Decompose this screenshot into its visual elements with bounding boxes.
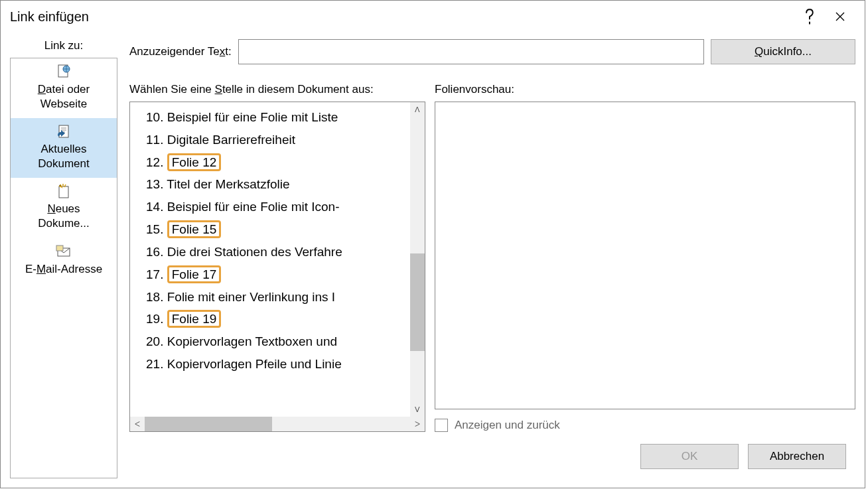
preview-column: Folienvorschau: Anzeigen und zurück xyxy=(435,83,855,432)
show-and-return-checkbox[interactable] xyxy=(435,419,448,432)
linkto-new-doc[interactable]: Neues Dokume... xyxy=(11,178,117,238)
svg-rect-5 xyxy=(56,246,63,251)
help-button[interactable] xyxy=(794,1,825,32)
insert-link-dialog: Link einfügen Link zu: Datei oder Websei… xyxy=(0,0,865,488)
tree-item[interactable]: 20. Kopiervorlagen Textboxen und xyxy=(142,330,410,353)
titlebar: Link einfügen xyxy=(1,1,865,33)
display-text-row: Anzuzeigender Text: QuickInfo... xyxy=(129,39,855,64)
hscroll-track[interactable] xyxy=(145,417,410,431)
tree-item[interactable]: 12. Folie 12 xyxy=(142,151,410,174)
select-label: Wählen Sie eine Stelle in diesem Dokumen… xyxy=(129,83,425,96)
quickinfo-button[interactable]: QuickInfo... xyxy=(711,39,855,64)
linkto-current-doc[interactable]: Aktuelles Dokument xyxy=(11,118,117,178)
ok-button[interactable]: OK xyxy=(640,444,739,469)
current-doc-icon xyxy=(56,123,72,139)
tree-container: 10. Beispiel für eine Folie mit Liste11.… xyxy=(129,102,425,432)
tree-item[interactable]: 21. Kopiervorlagen Pfeile und Linie xyxy=(142,353,410,376)
tree-item[interactable]: 10. Beispiel für eine Folie mit Liste xyxy=(142,106,410,129)
tree-item[interactable]: 14. Beispiel für eine Folie mit Icon- xyxy=(142,196,410,218)
slide-preview-box xyxy=(435,102,855,409)
dialog-content: Link zu: Datei oder Webseite Aktuelles D… xyxy=(1,33,865,488)
scroll-down-arrow[interactable]: ᐯ xyxy=(410,402,425,417)
hscroll-thumb[interactable] xyxy=(145,417,272,431)
svg-rect-3 xyxy=(59,186,68,198)
scroll-right-arrow[interactable]: ᐳ xyxy=(410,417,425,431)
scroll-up-arrow[interactable]: ᐱ xyxy=(410,102,425,117)
vscroll-thumb[interactable] xyxy=(410,253,425,350)
close-button[interactable] xyxy=(825,1,855,32)
dialog-footer: OK Abbrechen xyxy=(129,444,855,478)
tree-scroll-area: 10. Beispiel für eine Folie mit Liste11.… xyxy=(130,102,425,417)
tree-item[interactable]: 11. Digitale Barrierefreiheit xyxy=(142,129,410,151)
scroll-left-arrow[interactable]: ᐸ xyxy=(130,417,145,431)
tree-list: 10. Beispiel für eine Folie mit Liste11.… xyxy=(130,102,410,380)
mail-icon xyxy=(56,244,72,259)
tree-item[interactable]: 18. Folie mit einer Verlinkung ins I xyxy=(142,286,410,309)
dialog-title: Link einfügen xyxy=(10,9,794,25)
linkto-email[interactable]: E-Mail-Adresse xyxy=(11,238,117,283)
horizontal-scrollbar[interactable]: ᐸ ᐳ xyxy=(130,417,425,431)
tree-item[interactable]: 17. Folie 17 xyxy=(142,263,410,286)
preview-label: Folienvorschau: xyxy=(435,83,855,96)
tree-item[interactable]: 15. Folie 15 xyxy=(142,218,410,241)
display-text-label: Anzuzeigender Text: xyxy=(129,45,232,58)
new-doc-icon xyxy=(56,183,72,199)
close-icon xyxy=(835,11,845,22)
cancel-button[interactable]: Abbrechen xyxy=(748,444,846,469)
checkbox-row: Anzeigen und zurück xyxy=(435,419,855,432)
mid-row: Wählen Sie eine Stelle in diesem Dokumen… xyxy=(129,83,855,432)
link-to-label: Link zu: xyxy=(44,39,84,52)
checkbox-label: Anzeigen und zurück xyxy=(455,419,560,432)
file-web-icon xyxy=(56,64,72,80)
tree-item[interactable]: 16. Die drei Stationen des Verfahre xyxy=(142,241,410,263)
vscroll-track[interactable] xyxy=(410,117,425,402)
tree-item[interactable]: 19. Folie 19 xyxy=(142,308,410,330)
linkto-file-web[interactable]: Datei oder Webseite xyxy=(11,58,117,118)
vertical-scrollbar[interactable]: ᐱ ᐯ xyxy=(410,102,425,417)
svg-rect-2 xyxy=(59,125,68,137)
right-column: Anzuzeigender Text: QuickInfo... Wählen … xyxy=(117,39,855,478)
tree-item[interactable]: 13. Titel der Merksatzfolie xyxy=(142,173,410,196)
link-to-column: Link zu: Datei oder Webseite Aktuelles D… xyxy=(10,39,117,478)
help-icon xyxy=(804,9,816,25)
display-text-input[interactable] xyxy=(238,39,704,64)
link-to-panel: Datei oder Webseite Aktuelles Dokument N… xyxy=(10,58,117,478)
select-column: Wählen Sie eine Stelle in diesem Dokumen… xyxy=(129,83,425,432)
